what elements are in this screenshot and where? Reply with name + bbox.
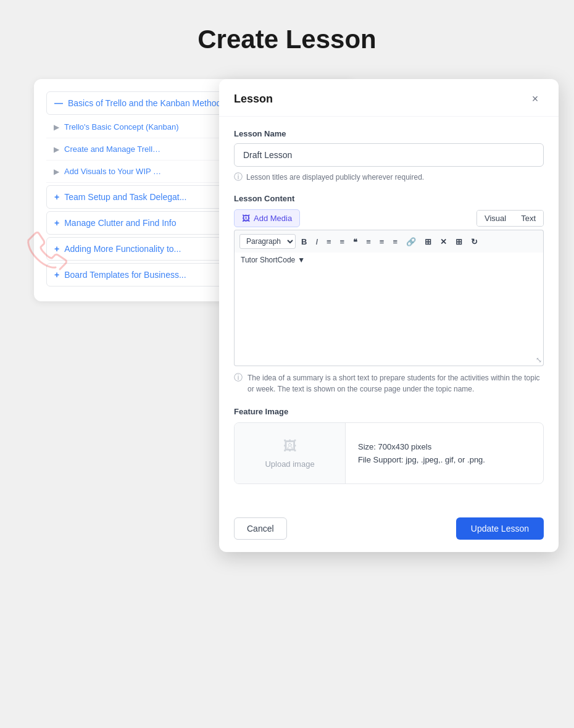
feature-image-box: 🖼 Upload image Size: 700x430 pixels File… (234, 422, 544, 484)
remove-format-button[interactable]: ✕ (437, 235, 450, 248)
video-icon-3: ▶ (54, 167, 59, 176)
update-lesson-button[interactable]: Update Lesson (456, 517, 544, 540)
section-3-title: Manage Clutter and Find Info (64, 218, 176, 228)
editor-top-bar: 🖼 Add Media Visual Text (234, 209, 544, 227)
info-icon-2: ⓘ (234, 372, 243, 383)
align-right-button[interactable]: ≡ (389, 235, 401, 248)
align-left-button[interactable]: ≡ (363, 235, 374, 248)
section-2-title: Team Setup and Task Delegat... (64, 192, 186, 202)
lesson-name-hint: Lesson titles are displayed publicly whe… (246, 173, 424, 182)
lesson-modal: Lesson × Lesson Name ⓘ Lesson titles are… (219, 79, 559, 552)
minus-icon: — (54, 98, 63, 108)
italic-button[interactable]: I (312, 235, 321, 248)
add-media-button[interactable]: 🖼 Add Media (234, 209, 300, 227)
upload-text: Upload image (265, 459, 314, 469)
unordered-list-button[interactable]: ≡ (323, 235, 335, 248)
modal-footer: Cancel Update Lesson (219, 509, 559, 552)
page-title: Create Lesson (198, 25, 376, 54)
upload-image-icon: 🖼 (283, 438, 297, 454)
feature-image-section: Feature Image 🖼 Upload image Size: 700x4… (234, 407, 544, 484)
paragraph-select[interactable]: Paragraph (239, 234, 296, 249)
modal-title: Lesson (234, 93, 273, 106)
blockquote-button[interactable]: ❝ (350, 235, 360, 248)
fullscreen-button[interactable]: ⊞ (452, 235, 465, 248)
info-icon-1: ⓘ (234, 172, 243, 183)
editor-toolbar: Paragraph B I ≡ ≡ ❝ ≡ ≡ ≡ 🔗 ⊞ ✕ ⊞ ↻ (234, 230, 544, 253)
plus-icon-2: + (54, 192, 59, 202)
modal-close-button[interactable]: × (526, 90, 544, 107)
shortcode-arrow: ▼ (297, 256, 305, 264)
align-center-button[interactable]: ≡ (376, 235, 388, 248)
section-1-title: Basics of Trello and the Kanban Method (68, 98, 221, 108)
refresh-button[interactable]: ↻ (468, 235, 481, 248)
shortcode-bar[interactable]: Tutor ShortCode ▼ (234, 253, 544, 267)
image-file-support-text: File Support: jpg, .jpeg,. gif, or .png. (358, 455, 485, 464)
content-hint-row: ⓘ The idea of a summary is a short text … (234, 372, 544, 395)
upload-area[interactable]: 🖼 Upload image (235, 423, 346, 483)
lesson-name-hint-row: ⓘ Lesson titles are displayed publicly w… (234, 172, 544, 183)
modal-header: Lesson × (219, 79, 559, 117)
bold-button[interactable]: B (298, 235, 310, 248)
image-size-text: Size: 700x430 pixels (358, 442, 485, 451)
lesson-name-input[interactable] (234, 143, 544, 167)
shortcode-label: Tutor ShortCode (241, 256, 295, 264)
section-4-title: Adding More Functionality to... (64, 244, 181, 254)
video-icon-1: ▶ (54, 123, 59, 132)
lesson-3-title: Add Visuals to Your WIP Boar... (64, 167, 163, 176)
visual-tab[interactable]: Visual (477, 211, 514, 226)
main-container: // Generate dots inline document.current… (34, 79, 540, 301)
lesson-2-title: Create and Manage Trello Boa... (64, 144, 163, 154)
insert-table-button[interactable]: ⊞ (422, 235, 435, 248)
section-5-title: Board Templates for Business... (64, 270, 186, 280)
content-hint-text: The idea of a summary is a short text to… (247, 372, 544, 395)
image-info: Size: 700x430 pixels File Support: jpg, … (346, 423, 497, 483)
lesson-content-label: Lesson Content (234, 194, 544, 203)
link-button[interactable]: 🔗 (403, 235, 419, 248)
resize-handle[interactable]: ⤡ (536, 356, 542, 364)
visual-text-tabs: Visual Text (476, 210, 544, 227)
plus-icon-3: + (54, 218, 59, 228)
feature-image-label: Feature Image (234, 407, 544, 416)
editor-content-area[interactable]: ⤡ (234, 267, 544, 366)
modal-body: Lesson Name ⓘ Lesson titles are displaye… (219, 117, 559, 509)
ordered-list-button[interactable]: ≡ (337, 235, 348, 248)
media-icon: 🖼 (242, 214, 250, 223)
phone-decoration (22, 227, 71, 277)
text-tab[interactable]: Text (514, 211, 543, 226)
video-icon-2: ▶ (54, 145, 59, 154)
cancel-button[interactable]: Cancel (234, 517, 287, 540)
lesson-name-label: Lesson Name (234, 129, 544, 138)
